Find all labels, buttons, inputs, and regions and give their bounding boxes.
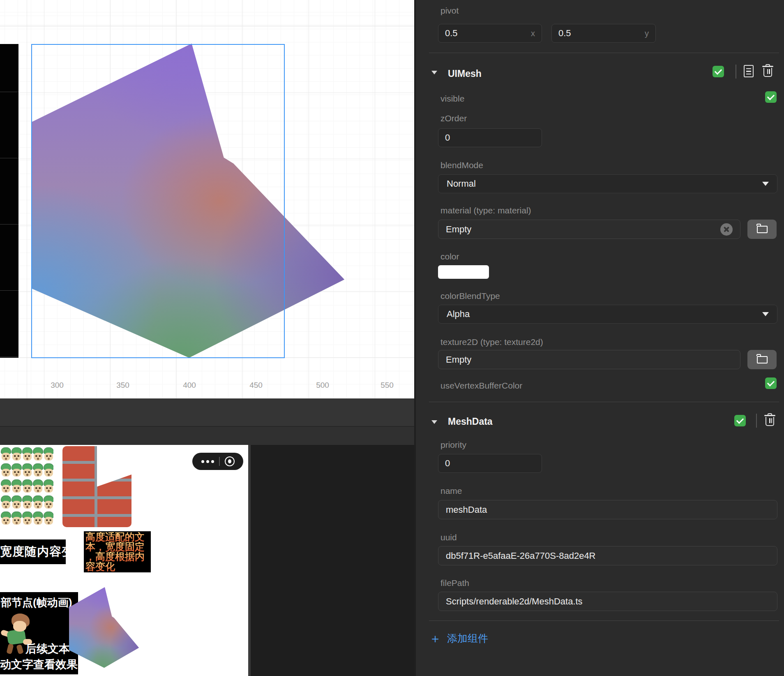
usevertexbuffercolor-label: useVertexBufferColor bbox=[440, 381, 522, 391]
meshdata-enabled-checkbox[interactable] bbox=[734, 415, 746, 426]
name-label: name bbox=[440, 486, 462, 496]
ruler-tick: 400 bbox=[183, 381, 196, 390]
pivot-x-suffix: x bbox=[531, 29, 535, 38]
pivot-y-value: 0.5 bbox=[558, 28, 571, 39]
sprite-cell bbox=[33, 511, 44, 527]
sprite-cell bbox=[44, 495, 53, 511]
folder-icon bbox=[757, 226, 768, 233]
sprite-cell bbox=[33, 463, 44, 479]
gold-text-tile: 高度适配的文 本，宽度固定 ，高度根据内 容变化 bbox=[84, 531, 151, 572]
collapse-arrow-icon[interactable] bbox=[431, 71, 437, 74]
sprite-cell bbox=[22, 479, 33, 495]
file-icon[interactable] bbox=[744, 65, 754, 77]
zorder-input[interactable]: 0 bbox=[438, 128, 542, 147]
blendmode-select[interactable]: Normal bbox=[438, 174, 777, 193]
add-component-label: 添加组件 bbox=[447, 632, 488, 645]
assets-preview-panel: 宽度随内容变化 高度适配的文 本，宽度固定 ，高度根据内 容变化 部节点(帧动画… bbox=[0, 445, 248, 676]
sprite-cell bbox=[1, 511, 12, 527]
clear-icon[interactable] bbox=[720, 223, 733, 236]
material-browse-button[interactable] bbox=[747, 220, 777, 239]
sprite-cell bbox=[1, 479, 12, 495]
trash-icon[interactable] bbox=[762, 64, 773, 77]
ruler-tick: 550 bbox=[380, 381, 394, 390]
texture2d-value: Empty bbox=[446, 354, 471, 365]
tile-caption: 部节点(帧动画) bbox=[1, 595, 72, 610]
pivot-y-suffix: y bbox=[645, 29, 649, 38]
zorder-value: 0 bbox=[445, 132, 450, 143]
ruler-tick: 500 bbox=[316, 381, 329, 390]
text-banner: 宽度随内容变化 bbox=[0, 539, 66, 564]
collapse-arrow-icon[interactable] bbox=[431, 420, 437, 424]
plus-icon: ＋ bbox=[429, 633, 441, 644]
usevertexbuffercolor-checkbox[interactable] bbox=[765, 377, 777, 389]
sprite-cell bbox=[33, 479, 44, 495]
priority-input[interactable]: 0 bbox=[438, 454, 542, 473]
color-swatch[interactable] bbox=[438, 265, 489, 279]
sprite-cell bbox=[33, 495, 44, 511]
sprite-cell bbox=[44, 447, 53, 463]
visible-label: visible bbox=[440, 94, 464, 104]
pivot-y-input[interactable]: 0.5 y bbox=[551, 24, 656, 43]
assets-panel-empty-region bbox=[248, 445, 414, 676]
material-label: material (type: material) bbox=[440, 206, 531, 215]
uuid-value: db5f71R-e5afaaE-26a770S-8ad2e4R bbox=[446, 551, 596, 561]
name-value: meshData bbox=[446, 505, 487, 515]
component-title-meshdata: MeshData bbox=[448, 416, 493, 427]
sprite-cell bbox=[12, 495, 22, 511]
sprite-cell bbox=[44, 511, 53, 527]
material-field[interactable]: Empty bbox=[438, 220, 740, 239]
gold-text-line: ，高度根据内 bbox=[85, 552, 149, 562]
folder-icon bbox=[757, 356, 768, 363]
pivot-x-input[interactable]: 0.5 x bbox=[438, 24, 542, 43]
capsule-divider bbox=[219, 457, 220, 466]
more-dots-icon[interactable] bbox=[201, 460, 214, 463]
sprite-cell bbox=[22, 495, 33, 511]
colorblendtype-select[interactable]: Alpha bbox=[438, 305, 777, 324]
sprite-cell bbox=[12, 511, 22, 527]
sprite-grid bbox=[1, 447, 53, 527]
sprite-cell bbox=[22, 447, 33, 463]
miniprogram-capsule[interactable] bbox=[192, 453, 243, 470]
ruler-tick: 350 bbox=[116, 381, 129, 390]
priority-value: 0 bbox=[445, 458, 450, 469]
filepath-field[interactable]: Scripts/renderable2d/MeshData.ts bbox=[438, 592, 777, 611]
record-icon[interactable] bbox=[225, 456, 235, 466]
texture2d-field[interactable]: Empty bbox=[438, 350, 740, 369]
sprite-cell bbox=[1, 463, 12, 479]
filepath-label: filePath bbox=[440, 578, 469, 588]
header-divider bbox=[756, 414, 757, 428]
scene-toolbar-strip-2 bbox=[0, 427, 414, 445]
colorblendtype-label: colorBlendType bbox=[440, 291, 500, 301]
trash-icon[interactable] bbox=[764, 413, 775, 426]
sprite-cell bbox=[12, 447, 22, 463]
sprite-cell bbox=[1, 447, 12, 463]
scene-canvas[interactable]: 300 350 400 450 500 550 bbox=[0, 0, 414, 398]
inspector-panel: pivot 0.5 x 0.5 y UIMesh visible zOrder … bbox=[414, 0, 784, 676]
selection-bounding-box[interactable] bbox=[31, 44, 285, 358]
sprite-cell bbox=[44, 479, 53, 495]
ruler-tick: 300 bbox=[51, 381, 64, 390]
add-component-button[interactable]: ＋ 添加组件 bbox=[429, 632, 488, 645]
sprite-cell bbox=[12, 479, 22, 495]
pivot-label: pivot bbox=[440, 6, 459, 16]
gold-text-line: 容变化 bbox=[85, 562, 149, 572]
ruler-tick: 450 bbox=[249, 381, 263, 390]
gold-text-line: 本，宽度固定 bbox=[85, 542, 149, 552]
texture2d-browse-button[interactable] bbox=[747, 350, 777, 369]
visible-checkbox[interactable] bbox=[765, 91, 777, 103]
colorblendtype-value: Alpha bbox=[447, 309, 470, 319]
name-field[interactable]: meshData bbox=[438, 500, 777, 519]
dropdown-arrow-icon bbox=[762, 182, 769, 186]
pivot-x-value: 0.5 bbox=[445, 28, 458, 39]
material-value: Empty bbox=[446, 224, 471, 235]
scene-toolbar-strip bbox=[0, 398, 414, 427]
color-label: color bbox=[440, 252, 459, 262]
uimesh-enabled-checkbox[interactable] bbox=[713, 66, 724, 77]
sprite-cell bbox=[33, 447, 44, 463]
mesh-thumbnail bbox=[69, 587, 139, 668]
uuid-field[interactable]: db5f71R-e5afaaE-26a770S-8ad2e4R bbox=[438, 546, 777, 565]
header-divider bbox=[736, 65, 736, 79]
sprite-cell bbox=[22, 463, 33, 479]
zorder-label: zOrder bbox=[440, 113, 467, 123]
gold-text-line: 高度适配的文 bbox=[85, 532, 149, 542]
